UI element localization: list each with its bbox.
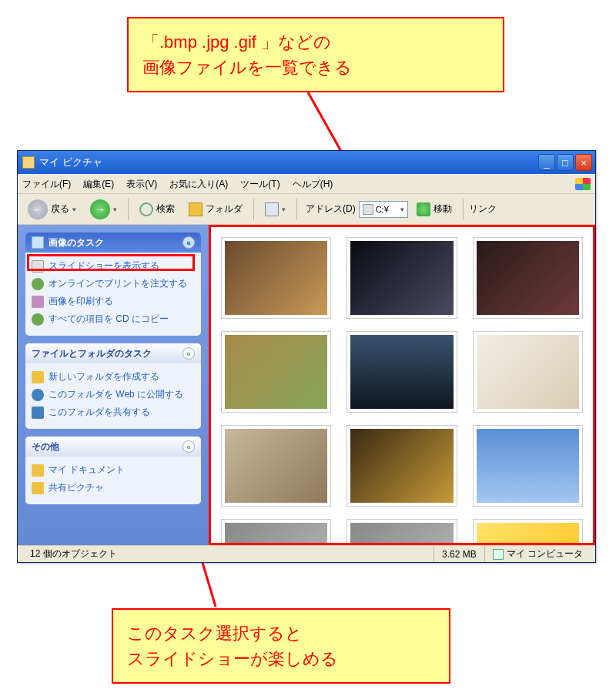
printer-icon [32,296,44,308]
globe-icon [32,278,44,290]
forward-button[interactable]: → ▾ [85,198,122,221]
task-publish-web[interactable]: このフォルダを Web に公開する [32,386,195,403]
link-shared-pictures[interactable]: 共有ピクチャ [32,479,195,497]
thumbnail[interactable] [221,331,331,413]
thumbnail[interactable] [346,331,457,413]
thumbnail[interactable] [473,519,583,545]
back-label: 戻る [51,202,69,216]
chevron-up-icon[interactable]: « [182,236,195,249]
thumbnail-image [225,429,327,503]
task-slideshow[interactable]: スライドショーを表示する [32,257,195,275]
menubar: ファイル(F) 編集(E) 表示(V) お気に入り(A) ツール(T) ヘルプ(… [18,174,595,194]
menu-file[interactable]: ファイル(F) [22,178,71,191]
statusbar: 12 個のオブジェクト 3.62 MB マイ コンピュータ [18,545,595,562]
thumbnail-image [225,241,327,315]
panel-header-image-tasks[interactable]: 画像のタスク « [25,233,201,253]
chevron-up-icon[interactable]: « [182,440,195,453]
computer-icon [493,549,504,560]
thumbnail-image [350,523,453,545]
picture-icon [32,236,44,249]
thumbnail-grid [209,225,595,545]
cd-icon [32,313,44,326]
folder-icon [32,464,44,477]
status-size: 3.62 MB [434,546,484,562]
panel-header-file-folder[interactable]: ファイルとフォルダのタスク « [25,343,201,363]
panel-title: 画像のタスク [49,236,104,249]
windows-logo-icon [575,178,591,190]
menu-help[interactable]: ヘルプ(H) [293,178,333,191]
thumbnail-image [350,241,453,315]
menu-edit[interactable]: 編集(E) [83,178,114,191]
thumbnail-image [477,335,579,409]
minimize-button[interactable]: _ [538,154,555,171]
views-icon [265,202,279,216]
panel-title: その他 [32,440,59,453]
maximize-button[interactable]: □ [557,154,574,171]
thumbnail[interactable] [346,425,457,507]
folders-icon [189,202,203,216]
drive-icon [363,204,373,215]
go-button[interactable]: 移動 [411,198,457,221]
callout-bottom: このタスク選択すると スライドショーが楽しめる [112,608,450,684]
panel-file-folder-tasks: ファイルとフォルダのタスク « 新しいフォルダを作成する このフォルダを Web… [25,343,201,429]
address-label: アドレス(D) [306,202,356,216]
task-print[interactable]: 画像を印刷する [32,293,195,310]
thumbnail[interactable] [473,331,583,413]
window-title: マイ ピクチャ [39,156,102,169]
panel-title: ファイルとフォルダのタスク [32,347,152,360]
links-label[interactable]: リンク [469,202,497,216]
tasks-sidebar: 画像のタスク « スライドショーを表示する オンラインでプリントを注文する 画像… [18,225,209,545]
folder-icon [22,156,35,169]
folders-label: フォルダ [206,202,243,216]
thumbnail-image [350,429,453,503]
search-icon [139,202,153,216]
explorer-window: マイ ピクチャ _ □ × ファイル(F) 編集(E) 表示(V) お気に入り(… [17,150,596,563]
forward-arrow-icon: → [90,199,110,219]
slideshow-icon [32,260,44,273]
thumbnail[interactable] [221,425,331,507]
chevron-up-icon[interactable]: « [182,347,195,360]
go-arrow-icon [417,202,430,216]
address-value: C:¥ [376,205,389,214]
callout-top: 「.bmp .jpg .gif 」などの 画像ファイルを一覧できる [127,17,504,92]
toolbar: ← 戻る ▾ → ▾ 検索 フォルダ ▾ アドレス(D [18,194,595,225]
link-my-documents[interactable]: マイ ドキュメント [32,461,195,479]
panel-image-tasks: 画像のタスク « スライドショーを表示する オンラインでプリントを注文する 画像… [25,233,201,336]
thumbnail[interactable] [473,425,583,507]
task-new-folder[interactable]: 新しいフォルダを作成する [32,368,195,386]
thumbnail-image [225,523,327,545]
web-publish-icon [32,389,44,401]
go-label: 移動 [434,202,452,216]
task-copy-cd[interactable]: すべての項目を CD にコピー [32,310,195,328]
menu-view[interactable]: 表示(V) [126,178,157,191]
back-arrow-icon: ← [28,199,48,219]
menu-tools[interactable]: ツール(T) [240,178,280,191]
thumbnail-image [225,335,327,409]
thumbnail[interactable] [346,237,457,319]
search-label: 検索 [156,202,175,216]
folders-button[interactable]: フォルダ [183,198,248,221]
thumbnail[interactable] [473,237,583,319]
thumbnail[interactable] [346,519,457,545]
panel-header-other[interactable]: その他 « [25,437,201,457]
search-button[interactable]: 検索 [134,198,180,221]
thumbnail-image [477,523,579,545]
status-count: 12 個のオブジェクト [22,546,434,562]
task-share-folder[interactable]: このフォルダを共有する [32,403,195,421]
new-folder-icon [32,371,44,383]
close-button[interactable]: × [575,154,592,171]
thumbnail-image [477,241,579,315]
address-combo[interactable]: C:¥ ▾ [359,201,408,218]
share-icon [32,407,44,419]
thumbnail[interactable] [221,519,331,545]
thumbnail[interactable] [221,237,331,319]
panel-other: その他 « マイ ドキュメント 共有ピクチャ [25,437,201,504]
back-button[interactable]: ← 戻る ▾ [22,198,82,221]
titlebar[interactable]: マイ ピクチャ _ □ × [18,151,595,174]
folder-icon [32,482,44,494]
thumbnail-image [477,429,579,503]
menu-favorites[interactable]: お気に入り(A) [169,178,228,191]
status-location: マイ コンピュータ [484,546,591,562]
task-order-prints[interactable]: オンラインでプリントを注文する [32,275,195,293]
views-button[interactable]: ▾ [259,198,291,221]
